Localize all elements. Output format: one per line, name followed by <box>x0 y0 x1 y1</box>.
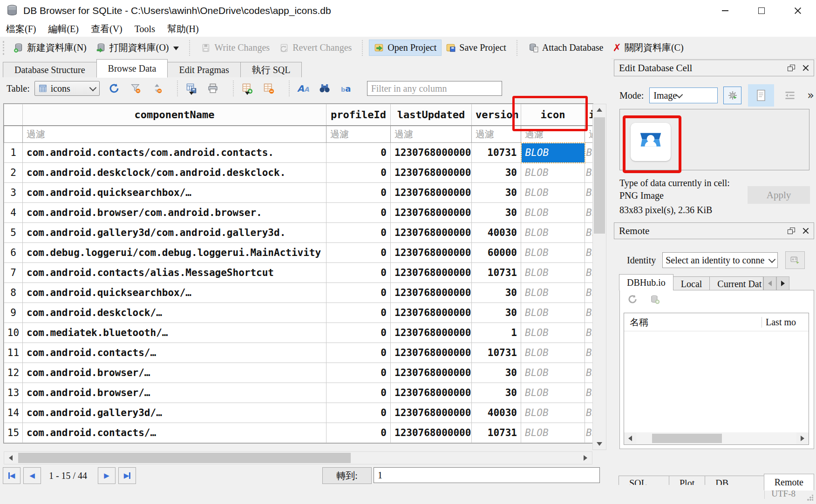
profileid-cell[interactable]: 0 <box>326 383 391 403</box>
corner-header-cell[interactable] <box>4 104 23 126</box>
lastupdated-cell[interactable]: 1230768000000 <box>391 183 472 203</box>
float-panel-icon[interactable] <box>788 228 795 234</box>
clear-filters-button[interactable] <box>129 81 143 95</box>
minimize-button[interactable] <box>707 0 743 21</box>
remote-tab-local[interactable]: Local <box>673 276 710 290</box>
remote-scroll-thumb[interactable] <box>652 434 722 443</box>
row-number-cell[interactable]: 6 <box>4 243 23 263</box>
profileid-cell[interactable]: 0 <box>326 203 391 223</box>
previous-page-button[interactable]: ◀ <box>23 467 41 484</box>
overflow-cell[interactable]: BLOB <box>585 363 593 383</box>
goto-record-input[interactable] <box>374 467 600 483</box>
overflow-cell[interactable]: BLOB <box>585 423 593 443</box>
overflow-cell[interactable]: BLOB <box>585 323 593 343</box>
menu-edit[interactable]: 編輯(E) <box>42 23 85 35</box>
scroll-up-button[interactable] <box>593 104 606 115</box>
version-cell[interactable]: 10731 <box>472 263 521 283</box>
vertical-scroll-thumb[interactable] <box>594 117 605 234</box>
componentname-cell[interactable]: com.android.contacts/… <box>23 423 326 443</box>
version-cell[interactable]: 30 <box>472 363 521 383</box>
icon-cell[interactable]: BLOB <box>521 163 585 183</box>
row-number-cell[interactable]: 3 <box>4 183 23 203</box>
import-data-button[interactable] <box>723 87 742 104</box>
version-cell[interactable]: 60000 <box>472 243 521 263</box>
row-number-cell[interactable]: 5 <box>4 223 23 243</box>
componentname-cell[interactable]: com.android.browser/com.android.browser. <box>23 203 326 223</box>
close-panel-icon[interactable] <box>802 228 809 234</box>
icon-cell[interactable]: BLOB <box>521 143 585 163</box>
panel-overflow-button[interactable]: » <box>807 89 814 102</box>
row-number-cell[interactable]: 1 <box>4 143 23 163</box>
vertical-scrollbar[interactable] <box>592 104 606 450</box>
menu-help[interactable]: 幫助(H) <box>161 23 205 35</box>
overflow-cell[interactable]: BLOB <box>585 383 593 403</box>
icon-cell[interactable]: BLOB <box>521 243 585 263</box>
lastupdated-cell[interactable]: 1230768000000 <box>391 263 472 283</box>
dock-tab-remote[interactable]: Remote <box>764 474 814 491</box>
find-button[interactable] <box>318 81 332 95</box>
version-cell[interactable]: 10731 <box>472 143 521 163</box>
toolbar-grip[interactable] <box>3 41 6 55</box>
version-cell[interactable]: 30 <box>472 183 521 203</box>
menu-tools[interactable]: Tools <box>129 24 161 34</box>
profileid-cell[interactable]: 0 <box>326 363 391 383</box>
lastupdated-cell[interactable]: 1230768000000 <box>391 343 472 363</box>
lastupdated-cell[interactable]: 1230768000000 <box>391 403 472 423</box>
componentname-cell[interactable]: com.android.gallery3d/… <box>23 403 326 423</box>
scroll-left-button[interactable] <box>4 452 17 464</box>
overflow-cell[interactable]: BLOB <box>585 143 593 163</box>
profileid-cell[interactable]: 0 <box>326 223 391 243</box>
overflow-cell[interactable]: BLOB <box>585 403 593 423</box>
icon-cell[interactable]: BLOB <box>521 283 585 303</box>
lastupdated-cell[interactable]: 1230768000000 <box>391 223 472 243</box>
tab-database-structure[interactable]: Database Structure <box>3 62 97 77</box>
lastupdated-cell[interactable]: 1230768000000 <box>391 283 472 303</box>
scroll-down-button[interactable] <box>593 438 606 450</box>
profileid-cell[interactable]: 0 <box>326 403 391 423</box>
profileid-cell[interactable]: 0 <box>326 243 391 263</box>
profileid-cell[interactable]: 0 <box>326 263 391 283</box>
edit-display-format-button[interactable]: ba <box>339 81 353 95</box>
profileid-cell[interactable]: 0 <box>326 423 391 443</box>
icon-cell[interactable]: BLOB <box>521 383 585 403</box>
lastupdated-cell[interactable]: 1230768000000 <box>391 423 472 443</box>
column-header-lastupdated[interactable]: lastUpdated <box>391 104 472 126</box>
new-database-button[interactable]: 新建資料庫(N) <box>9 39 91 56</box>
mode-select[interactable]: Image <box>649 87 718 103</box>
maximize-button[interactable] <box>743 0 780 21</box>
icon-cell[interactable]: BLOB <box>521 223 585 243</box>
profileid-cell[interactable]: 0 <box>326 343 391 363</box>
identity-select[interactable]: Select an identity to conne <box>662 252 778 268</box>
filter-profileid[interactable]: 過濾 <box>326 126 391 143</box>
row-number-cell[interactable]: 10 <box>4 323 23 343</box>
horizontal-scroll-thumb[interactable] <box>18 453 351 463</box>
scroll-right-button[interactable] <box>579 452 592 464</box>
icon-cell[interactable]: BLOB <box>521 363 585 383</box>
filter-lastupdated[interactable]: 過濾 <box>391 126 472 143</box>
text-mode-button[interactable] <box>748 84 774 107</box>
lastupdated-cell[interactable]: 1230768000000 <box>391 303 472 323</box>
row-number-cell[interactable]: 13 <box>4 383 23 403</box>
open-database-dropdown-icon[interactable] <box>173 47 179 53</box>
attach-database-button[interactable]: Attach Database <box>524 40 608 55</box>
version-cell[interactable]: 40030 <box>472 223 521 243</box>
horizontal-scrollbar[interactable] <box>4 451 592 464</box>
open-database-button[interactable]: 打開資料庫(O) <box>91 39 184 56</box>
componentname-cell[interactable]: com.android.contacts/com.android.contact… <box>23 143 326 163</box>
row-number-cell[interactable]: 14 <box>4 403 23 423</box>
version-cell[interactable]: 30 <box>472 303 521 323</box>
lastupdated-cell[interactable]: 1230768000000 <box>391 143 472 163</box>
profileid-cell[interactable]: 0 <box>326 303 391 323</box>
lastupdated-cell[interactable]: 1230768000000 <box>391 163 472 183</box>
icon-cell[interactable]: BLOB <box>521 183 585 203</box>
delete-record-button[interactable] <box>262 81 276 95</box>
overflow-cell[interactable]: BLOB <box>585 263 593 283</box>
close-panel-icon[interactable] <box>802 65 809 71</box>
row-number-cell[interactable]: 2 <box>4 163 23 183</box>
icon-cell[interactable]: BLOB <box>521 263 585 283</box>
componentname-cell[interactable]: com.android.contacts/… <box>23 343 326 363</box>
row-number-cell[interactable]: 9 <box>4 303 23 323</box>
first-page-button[interactable]: ◀ <box>3 467 20 484</box>
scroll-left-button[interactable] <box>624 433 636 444</box>
row-number-cell[interactable]: 4 <box>4 203 23 223</box>
